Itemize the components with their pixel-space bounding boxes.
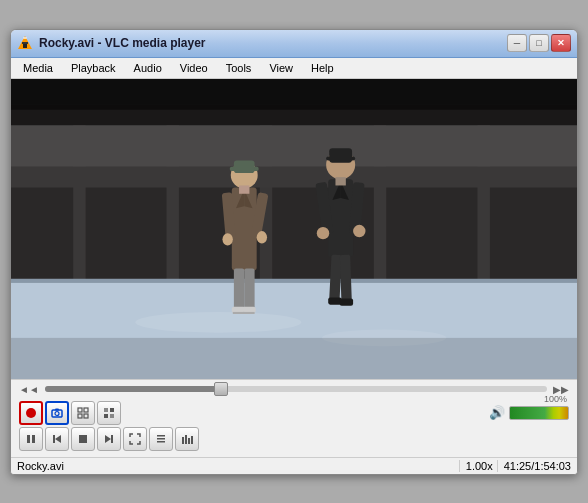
svg-rect-37 [329, 148, 352, 163]
svg-point-54 [55, 411, 59, 415]
svg-rect-15 [11, 278, 577, 282]
svg-rect-33 [233, 311, 244, 313]
seekbar-fill [45, 386, 221, 392]
menu-tools[interactable]: Tools [218, 60, 260, 76]
snapshot-button[interactable] [45, 401, 69, 425]
svg-rect-55 [55, 408, 59, 410]
menu-video[interactable]: Video [172, 60, 216, 76]
svg-rect-76 [188, 438, 190, 444]
svg-rect-47 [340, 254, 352, 301]
svg-rect-29 [234, 268, 244, 309]
svg-point-52 [26, 408, 36, 418]
vlc-logo [17, 35, 33, 51]
controls-row-2 [19, 427, 569, 451]
minimize-button[interactable]: ─ [507, 34, 527, 52]
svg-point-45 [353, 224, 365, 236]
svg-rect-57 [84, 408, 88, 412]
menu-view[interactable]: View [261, 60, 301, 76]
status-filename: Rocky.avi [17, 460, 455, 472]
svg-rect-72 [157, 438, 165, 440]
window-title: Rocky.avi - VLC media player [39, 36, 206, 50]
equalizer-button[interactable] [175, 427, 199, 451]
svg-marker-67 [55, 435, 61, 443]
svg-rect-49 [340, 298, 353, 305]
pause-button[interactable] [19, 427, 43, 451]
svg-rect-59 [84, 414, 88, 418]
svg-point-3 [23, 37, 27, 39]
svg-rect-63 [110, 414, 114, 418]
svg-point-44 [317, 226, 329, 238]
volume-area: 🔊 100% [489, 405, 569, 420]
status-time: 41:25/1:54:03 [497, 460, 571, 472]
svg-rect-12 [11, 125, 577, 166]
svg-rect-75 [185, 435, 187, 444]
svg-rect-13 [11, 166, 577, 187]
previous-button[interactable] [45, 427, 69, 451]
titlebar-controls: ─ □ ✕ [507, 34, 571, 52]
statusbar: Rocky.avi 1.00x 41:25/1:54:03 [11, 457, 577, 474]
svg-rect-71 [157, 435, 165, 437]
svg-rect-1 [23, 44, 27, 48]
svg-rect-34 [243, 311, 254, 313]
volume-percent: 100% [544, 394, 567, 404]
fullscreen-button[interactable] [123, 427, 147, 451]
svg-marker-70 [105, 435, 111, 443]
svg-point-16 [135, 311, 301, 332]
svg-rect-24 [239, 185, 249, 193]
status-speed: 1.00x [459, 460, 493, 472]
svg-rect-56 [78, 408, 82, 412]
svg-rect-2 [22, 42, 28, 44]
svg-rect-77 [191, 436, 193, 444]
svg-rect-68 [79, 435, 87, 443]
svg-rect-74 [182, 437, 184, 444]
rewind-icon[interactable]: ◄◄ [19, 384, 39, 395]
svg-point-28 [257, 231, 267, 243]
svg-rect-60 [104, 408, 108, 412]
svg-rect-30 [244, 268, 254, 309]
extended-settings-button[interactable] [71, 401, 95, 425]
seekbar[interactable] [45, 386, 547, 392]
video-area[interactable] [11, 79, 577, 379]
svg-rect-65 [32, 435, 35, 443]
menu-playback[interactable]: Playback [63, 60, 124, 76]
seekbar-thumb[interactable] [214, 382, 228, 396]
volume-icon: 🔊 [489, 405, 505, 420]
svg-rect-51 [11, 337, 577, 378]
svg-point-27 [222, 233, 232, 245]
playlist-button[interactable] [149, 427, 173, 451]
volume-bar[interactable] [509, 406, 569, 420]
controls-row-1: 🔊 100% [19, 401, 569, 425]
svg-rect-50 [11, 79, 577, 110]
vlc-window: Rocky.avi - VLC media player ─ □ ✕ Media… [10, 29, 578, 475]
menu-media[interactable]: Media [15, 60, 61, 76]
seekbar-container: ◄◄ ▶▶ [11, 379, 577, 397]
menubar: Media Playback Audio Video Tools View He… [11, 58, 577, 79]
close-button[interactable]: ✕ [551, 34, 571, 52]
menu-help[interactable]: Help [303, 60, 342, 76]
svg-rect-58 [78, 414, 82, 418]
stop-button[interactable] [71, 427, 95, 451]
titlebar-left: Rocky.avi - VLC media player [17, 35, 206, 51]
record-button[interactable] [19, 401, 43, 425]
video-scene [11, 79, 577, 379]
next-button[interactable] [97, 427, 121, 451]
svg-rect-62 [104, 414, 108, 418]
svg-rect-69 [111, 435, 113, 443]
svg-rect-66 [53, 435, 55, 443]
svg-rect-41 [335, 177, 345, 185]
svg-rect-20 [234, 160, 255, 172]
menu-audio[interactable]: Audio [126, 60, 170, 76]
controls-area: 🔊 100% [11, 397, 577, 457]
svg-rect-73 [157, 441, 165, 443]
svg-rect-61 [110, 408, 114, 412]
maximize-button[interactable]: □ [529, 34, 549, 52]
titlebar: Rocky.avi - VLC media player ─ □ ✕ [11, 30, 577, 58]
effects-button[interactable] [97, 401, 121, 425]
svg-rect-64 [27, 435, 30, 443]
